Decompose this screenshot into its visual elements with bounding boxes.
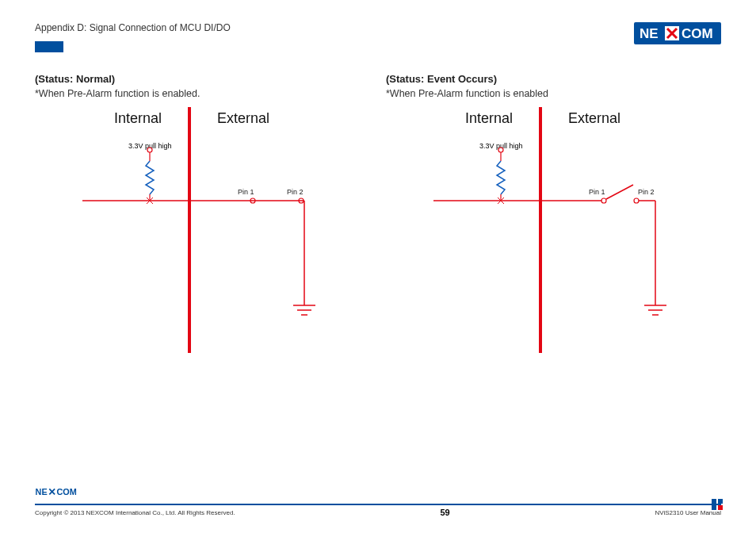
diagram-normal: Internal External 3.3V pull high Pin 1 P…	[35, 107, 370, 369]
pullup-node	[147, 148, 152, 152]
appendix-title: Appendix D: Signal Connection of MCU DI/…	[35, 22, 231, 33]
switch-open-arm	[606, 185, 633, 199]
diagram-event: Internal External 3.3V pull high Pin 1 P…	[386, 107, 721, 369]
footer-rule	[35, 504, 721, 505]
svg-text:NE: NE	[36, 487, 48, 497]
note-event: *When Pre-Alarm function is enabled	[386, 88, 721, 99]
header-left: Appendix D: Signal Connection of MCU DI/…	[35, 22, 231, 52]
body: (Status: Normal) *When Pre-Alarm functio…	[35, 73, 721, 369]
pullup-node	[498, 148, 503, 152]
footer: NE COM Copyright © 2013 NEXCOM Internati…	[35, 486, 721, 517]
footer-copyright: Copyright © 2013 NEXCOM International Co…	[35, 509, 235, 516]
footer-badge-icon	[712, 499, 723, 510]
status-event: (Status: Event Occurs)	[386, 73, 721, 85]
column-normal: (Status: Normal) *When Pre-Alarm functio…	[35, 73, 370, 369]
footer-page: 59	[440, 508, 449, 517]
circuit-normal	[35, 107, 376, 369]
header-blue-bar	[35, 41, 63, 52]
svg-text:COM: COM	[682, 26, 713, 41]
ground-icon	[644, 305, 666, 315]
svg-rect-23	[718, 499, 723, 504]
svg-rect-22	[712, 499, 716, 504]
svg-rect-25	[718, 505, 723, 510]
svg-text:COM: COM	[56, 487, 76, 497]
resistor-icon	[146, 161, 154, 194]
note-normal: *When Pre-Alarm function is enabled.	[35, 88, 370, 99]
pin1-node	[601, 198, 606, 203]
column-event: (Status: Event Occurs) *When Pre-Alarm f…	[386, 73, 721, 369]
status-normal: (Status: Normal)	[35, 73, 370, 85]
svg-text:NE: NE	[640, 26, 659, 41]
pin2-node	[634, 198, 639, 203]
svg-rect-24	[712, 505, 716, 510]
header: Appendix D: Signal Connection of MCU DI/…	[35, 22, 721, 52]
ground-icon	[293, 305, 315, 315]
nexcom-logo: NE COM	[634, 22, 721, 44]
footer-logo: NE COM	[35, 486, 86, 499]
resistor-icon	[497, 161, 505, 194]
circuit-event	[386, 107, 727, 369]
